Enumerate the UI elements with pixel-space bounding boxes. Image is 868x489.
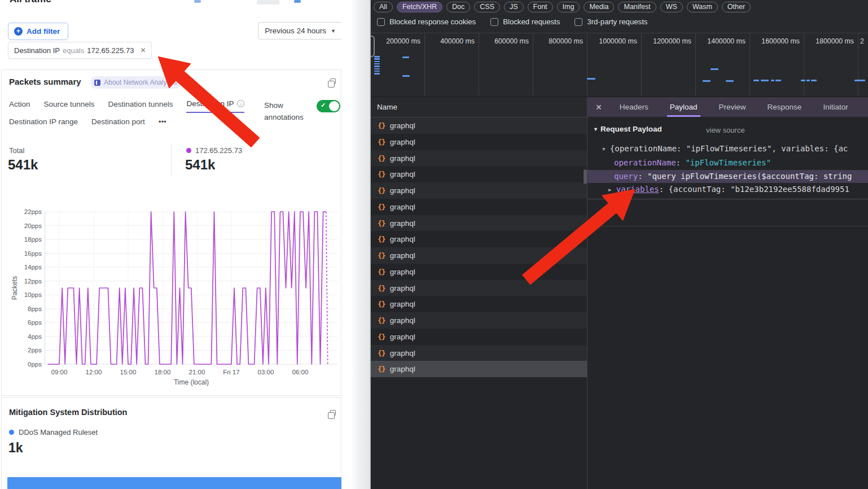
request-row[interactable]: {}graphql	[371, 264, 587, 280]
show-annotations-toggle[interactable]: ✓	[317, 100, 340, 112]
payload-tree-line[interactable]: ▶ variables: {accountTag: "b12e3b2192ee5…	[588, 183, 868, 196]
request-bar[interactable]	[753, 80, 759, 81]
tab-destination-tunnels[interactable]: Destination tunnels	[108, 99, 173, 113]
filter-pill-ws[interactable]: WS	[660, 2, 683, 12]
triangle-down-icon[interactable]: ▼	[602, 143, 605, 155]
request-row[interactable]: {}graphql	[371, 215, 587, 232]
request-row[interactable]: {}graphql	[371, 312, 587, 329]
request-bar[interactable]	[775, 80, 781, 81]
checkbox-box-icon[interactable]	[575, 18, 582, 26]
filter-pill-media[interactable]: Media	[584, 2, 614, 12]
payload-value: "query ipFlowTimeseries($accountTag: str…	[647, 172, 852, 181]
request-bar[interactable]	[771, 80, 774, 81]
checkbox-3rd-party-requests[interactable]: 3rd-party requests	[575, 18, 647, 26]
request-row[interactable]: {}graphql	[371, 280, 587, 296]
request-bar[interactable]	[374, 66, 380, 67]
request-row[interactable]: {}graphql	[371, 247, 587, 264]
request-row[interactable]: {}graphql	[371, 296, 587, 312]
request-row[interactable]: {}graphql	[371, 329, 587, 345]
details-tab-payload[interactable]: Payload	[670, 97, 698, 117]
filter-pill-img[interactable]: Img	[557, 2, 580, 12]
request-bar[interactable]	[402, 56, 409, 58]
details-tab-preview[interactable]: Preview	[719, 97, 746, 117]
request-bar[interactable]	[374, 61, 380, 63]
tab-destination-port[interactable]: Destination port	[91, 117, 145, 130]
filter-pill-fetch-xhr[interactable]: Fetch/XHR	[397, 2, 442, 12]
close-icon[interactable]: ✕	[588, 103, 609, 112]
request-row[interactable]: {}graphql	[371, 199, 587, 215]
request-filter-checkboxes: Blocked response cookiesBlocked requests…	[377, 18, 647, 26]
request-bar[interactable]	[811, 80, 817, 81]
filter-pill-doc[interactable]: Doc	[446, 2, 470, 12]
checkbox-box-icon[interactable]	[377, 18, 385, 26]
request-row[interactable]: {}graphql	[371, 166, 587, 182]
tab-destination-ip[interactable]: Destination IPi	[186, 99, 244, 113]
checkbox-blocked-response-cookies[interactable]: Blocked response cookies	[377, 18, 476, 26]
x-tick-label: 12:00	[86, 369, 102, 376]
add-filter-button[interactable]: + Add filter	[8, 23, 68, 40]
request-bar[interactable]	[374, 68, 380, 70]
details-tab-headers[interactable]: Headers	[620, 97, 648, 117]
request-bar[interactable]	[374, 71, 380, 72]
request-bar[interactable]	[374, 73, 380, 75]
request-row[interactable]: {}graphql	[371, 231, 587, 247]
payload-key[interactable]: variables	[616, 185, 659, 194]
filter-pill-wasm[interactable]: Wasm	[687, 2, 718, 12]
about-network-analytics-badge[interactable]: About Network Analytics	[90, 76, 182, 89]
request-bar[interactable]	[374, 58, 380, 60]
payload-tree-line[interactable]: ▼ {operationName: "ipFlowTimeseries", va…	[588, 142, 868, 155]
checkbox-blocked-requests[interactable]: Blocked requests	[490, 18, 560, 26]
request-bar[interactable]	[374, 63, 380, 65]
request-bar[interactable]	[711, 68, 718, 70]
tab-action[interactable]: Action	[9, 99, 30, 113]
request-row[interactable]: {}graphql	[371, 361, 587, 377]
request-payload-section[interactable]: ▼ Request Payload	[593, 125, 662, 133]
request-bar[interactable]	[726, 80, 734, 82]
request-bar[interactable]	[761, 80, 769, 81]
payload-key[interactable]: operationName	[614, 158, 676, 167]
filter-chip[interactable]: Destination IP equals 172.65.225.73 ✕	[8, 42, 152, 59]
filter-pill-manifest[interactable]: Manifest	[618, 2, 656, 12]
request-row[interactable]: {}graphql	[371, 134, 587, 150]
tab-source-tunnels[interactable]: Source tunnels	[44, 99, 95, 113]
request-bar[interactable]	[703, 80, 711, 82]
request-row[interactable]: {}graphql	[371, 345, 587, 361]
filter-pill-other[interactable]: Other	[722, 2, 751, 12]
history-clock-icon[interactable]	[187, 77, 194, 85]
details-tab-response[interactable]: Response	[768, 97, 802, 117]
filter-pill-js[interactable]: JS	[504, 2, 524, 12]
request-bar[interactable]	[806, 80, 810, 81]
expand-card-icon[interactable]	[330, 410, 336, 416]
network-overview-timeline[interactable]: 200000 ms400000 ms600000 ms800000 ms1000…	[371, 33, 868, 97]
filter-pill-css[interactable]: CSS	[474, 2, 500, 12]
divider	[171, 144, 172, 177]
y-tick-label: 20pps	[24, 222, 42, 229]
expand-card-icon[interactable]	[330, 78, 336, 84]
request-bar[interactable]	[854, 80, 865, 81]
time-range-dropdown[interactable]: Previous 24 hours ▼	[258, 22, 343, 40]
request-bar[interactable]	[801, 80, 805, 81]
request-row[interactable]: {}graphql	[371, 117, 587, 134]
filter-pill-font[interactable]: Font	[528, 2, 553, 12]
request-bar[interactable]	[402, 75, 410, 77]
y-tick-label: 10pps	[24, 291, 42, 298]
checkbox-box-icon[interactable]	[490, 18, 498, 26]
view-source-link[interactable]: view source	[706, 126, 745, 134]
info-icon[interactable]: i	[237, 100, 244, 107]
request-row[interactable]: {}graphql	[371, 150, 587, 167]
legend-label: DDoS Managed Ruleset	[19, 428, 98, 436]
remove-filter-icon[interactable]: ✕	[140, 46, 146, 54]
payload-tree-line[interactable]: operationName: "ipFlowTimeseries"	[588, 156, 868, 169]
filter-pill-all[interactable]: All	[374, 2, 393, 12]
payload-key[interactable]: query	[614, 172, 638, 181]
tab-destination-ip-range[interactable]: Destination IP range	[9, 117, 78, 130]
payload-tree-line[interactable]: query: "query ipFlowTimeseries($accountT…	[588, 170, 868, 183]
details-tab-initiator[interactable]: Initiator	[823, 97, 848, 117]
name-column-header[interactable]: Name	[371, 97, 587, 117]
tab-[interactable]: •••	[159, 117, 166, 130]
request-bar[interactable]	[374, 56, 380, 58]
triangle-right-icon[interactable]: ▶	[608, 184, 611, 196]
request-bar[interactable]	[587, 78, 595, 80]
stat-total-value: 541k	[8, 157, 38, 173]
request-row[interactable]: {}graphql	[371, 182, 587, 199]
